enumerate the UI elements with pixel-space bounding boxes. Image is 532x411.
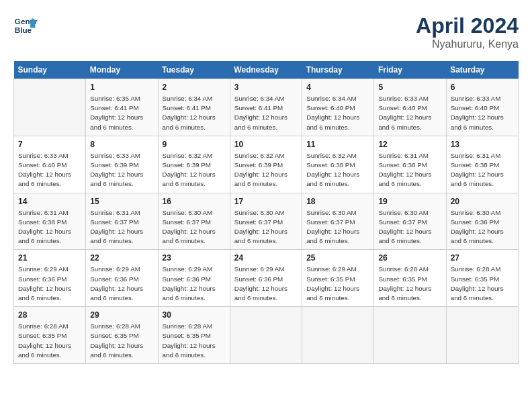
- day-number: 17: [234, 197, 298, 206]
- calendar-cell: 14Sunrise: 6:31 AM Sunset: 6:38 PM Dayli…: [14, 193, 86, 250]
- day-info: Sunrise: 6:33 AM Sunset: 6:39 PM Dayligh…: [90, 151, 153, 189]
- day-info: Sunrise: 6:33 AM Sunset: 6:40 PM Dayligh…: [451, 94, 514, 132]
- day-info: Sunrise: 6:34 AM Sunset: 6:41 PM Dayligh…: [163, 94, 226, 132]
- week-row-2: 7Sunrise: 6:33 AM Sunset: 6:40 PM Daylig…: [14, 136, 519, 193]
- day-number: 4: [306, 83, 369, 92]
- day-info: Sunrise: 6:30 AM Sunset: 6:37 PM Dayligh…: [163, 208, 226, 246]
- day-number: 18: [306, 197, 369, 206]
- calendar-cell: [14, 79, 86, 136]
- calendar-cell: 29Sunrise: 6:28 AM Sunset: 6:35 PM Dayli…: [86, 307, 158, 364]
- calendar-cell: 16Sunrise: 6:30 AM Sunset: 6:37 PM Dayli…: [158, 193, 230, 250]
- day-info: Sunrise: 6:32 AM Sunset: 6:39 PM Dayligh…: [234, 151, 298, 189]
- day-info: Sunrise: 6:30 AM Sunset: 6:37 PM Dayligh…: [378, 208, 441, 246]
- day-info: Sunrise: 6:35 AM Sunset: 6:41 PM Dayligh…: [90, 94, 153, 132]
- day-info: Sunrise: 6:31 AM Sunset: 6:38 PM Dayligh…: [378, 151, 441, 189]
- day-number: 28: [18, 310, 81, 320]
- days-header-row: SundayMondayTuesdayWednesdayThursdayFrid…: [14, 61, 519, 79]
- day-number: 27: [451, 253, 514, 263]
- calendar-body: 1Sunrise: 6:35 AM Sunset: 6:41 PM Daylig…: [14, 79, 519, 364]
- calendar-cell: 26Sunrise: 6:28 AM Sunset: 6:35 PM Dayli…: [374, 250, 446, 307]
- calendar-table: SundayMondayTuesdayWednesdayThursdayFrid…: [13, 61, 519, 364]
- day-number: 2: [163, 83, 226, 92]
- calendar-cell: [230, 307, 302, 364]
- calendar-cell: 30Sunrise: 6:28 AM Sunset: 6:35 PM Dayli…: [158, 307, 230, 364]
- day-info: Sunrise: 6:29 AM Sunset: 6:35 PM Dayligh…: [306, 265, 369, 303]
- day-number: 21: [18, 253, 81, 263]
- day-info: Sunrise: 6:32 AM Sunset: 6:39 PM Dayligh…: [163, 151, 226, 189]
- calendar-cell: 9Sunrise: 6:32 AM Sunset: 6:39 PM Daylig…: [158, 136, 230, 193]
- calendar-cell: 6Sunrise: 6:33 AM Sunset: 6:40 PM Daylig…: [446, 79, 518, 136]
- day-number: 20: [451, 197, 514, 206]
- day-header-friday: Friday: [374, 61, 446, 79]
- day-info: Sunrise: 6:28 AM Sunset: 6:35 PM Dayligh…: [451, 265, 514, 303]
- day-number: 30: [163, 310, 226, 320]
- calendar-cell: 24Sunrise: 6:29 AM Sunset: 6:36 PM Dayli…: [230, 250, 302, 307]
- calendar-cell: 28Sunrise: 6:28 AM Sunset: 6:35 PM Dayli…: [14, 307, 86, 364]
- calendar-cell: 23Sunrise: 6:29 AM Sunset: 6:36 PM Dayli…: [158, 250, 230, 307]
- calendar-cell: 1Sunrise: 6:35 AM Sunset: 6:41 PM Daylig…: [86, 79, 158, 136]
- day-info: Sunrise: 6:29 AM Sunset: 6:36 PM Dayligh…: [163, 265, 226, 303]
- calendar-cell: 3Sunrise: 6:34 AM Sunset: 6:41 PM Daylig…: [230, 79, 302, 136]
- day-number: 16: [163, 197, 226, 206]
- day-number: 15: [90, 197, 153, 206]
- day-header-saturday: Saturday: [446, 61, 518, 79]
- day-info: Sunrise: 6:30 AM Sunset: 6:37 PM Dayligh…: [306, 208, 369, 246]
- svg-text:Blue: Blue: [15, 26, 32, 34]
- day-number: 29: [90, 310, 153, 320]
- day-info: Sunrise: 6:34 AM Sunset: 6:40 PM Dayligh…: [306, 94, 369, 132]
- calendar-cell: 15Sunrise: 6:31 AM Sunset: 6:37 PM Dayli…: [86, 193, 158, 250]
- day-info: Sunrise: 6:31 AM Sunset: 6:37 PM Dayligh…: [90, 208, 153, 246]
- calendar-cell: 10Sunrise: 6:32 AM Sunset: 6:39 PM Dayli…: [230, 136, 302, 193]
- week-row-3: 14Sunrise: 6:31 AM Sunset: 6:38 PM Dayli…: [14, 193, 519, 250]
- calendar-cell: 21Sunrise: 6:29 AM Sunset: 6:36 PM Dayli…: [14, 250, 86, 307]
- day-number: 22: [90, 253, 153, 263]
- day-info: Sunrise: 6:28 AM Sunset: 6:35 PM Dayligh…: [163, 322, 226, 360]
- day-info: Sunrise: 6:29 AM Sunset: 6:36 PM Dayligh…: [234, 265, 298, 303]
- day-header-sunday: Sunday: [14, 61, 86, 79]
- day-header-monday: Monday: [86, 61, 158, 79]
- day-number: 1: [90, 83, 153, 92]
- calendar-cell: 12Sunrise: 6:31 AM Sunset: 6:38 PM Dayli…: [374, 136, 446, 193]
- calendar-cell: 11Sunrise: 6:32 AM Sunset: 6:38 PM Dayli…: [302, 136, 374, 193]
- calendar-cell: 27Sunrise: 6:28 AM Sunset: 6:35 PM Dayli…: [446, 250, 518, 307]
- day-info: Sunrise: 6:31 AM Sunset: 6:38 PM Dayligh…: [451, 151, 514, 189]
- day-info: Sunrise: 6:31 AM Sunset: 6:38 PM Dayligh…: [18, 208, 81, 246]
- day-header-tuesday: Tuesday: [158, 61, 230, 79]
- calendar-cell: 18Sunrise: 6:30 AM Sunset: 6:37 PM Dayli…: [302, 193, 374, 250]
- calendar-cell: [374, 307, 446, 364]
- day-header-wednesday: Wednesday: [230, 61, 302, 79]
- day-number: 6: [451, 83, 514, 92]
- day-number: 26: [378, 253, 441, 263]
- calendar-cell: [302, 307, 374, 364]
- week-row-5: 28Sunrise: 6:28 AM Sunset: 6:35 PM Dayli…: [14, 307, 519, 364]
- day-info: Sunrise: 6:30 AM Sunset: 6:36 PM Dayligh…: [451, 208, 514, 246]
- calendar-cell: 25Sunrise: 6:29 AM Sunset: 6:35 PM Dayli…: [302, 250, 374, 307]
- day-number: 11: [306, 140, 369, 149]
- day-info: Sunrise: 6:30 AM Sunset: 6:37 PM Dayligh…: [234, 208, 298, 246]
- day-header-thursday: Thursday: [302, 61, 374, 79]
- day-info: Sunrise: 6:28 AM Sunset: 6:35 PM Dayligh…: [90, 322, 153, 360]
- day-info: Sunrise: 6:32 AM Sunset: 6:38 PM Dayligh…: [306, 151, 369, 189]
- day-number: 24: [234, 253, 298, 263]
- day-info: Sunrise: 6:28 AM Sunset: 6:35 PM Dayligh…: [18, 322, 81, 360]
- day-number: 19: [378, 197, 441, 206]
- calendar-cell: 22Sunrise: 6:29 AM Sunset: 6:36 PM Dayli…: [86, 250, 158, 307]
- day-number: 23: [163, 253, 226, 263]
- day-info: Sunrise: 6:33 AM Sunset: 6:40 PM Dayligh…: [18, 151, 81, 189]
- day-info: Sunrise: 6:29 AM Sunset: 6:36 PM Dayligh…: [18, 265, 81, 303]
- day-number: 8: [90, 140, 153, 149]
- logo: General Blue General Blue: [13, 13, 38, 38]
- calendar-cell: 5Sunrise: 6:33 AM Sunset: 6:40 PM Daylig…: [374, 79, 446, 136]
- day-number: 10: [234, 140, 298, 149]
- day-number: 9: [163, 140, 226, 149]
- day-number: 3: [234, 83, 298, 92]
- day-info: Sunrise: 6:34 AM Sunset: 6:41 PM Dayligh…: [234, 94, 298, 132]
- month-title: April 2024: [416, 13, 519, 38]
- week-row-4: 21Sunrise: 6:29 AM Sunset: 6:36 PM Dayli…: [14, 250, 519, 307]
- header: General Blue General Blue April 2024 Nya…: [13, 13, 519, 50]
- day-info: Sunrise: 6:29 AM Sunset: 6:36 PM Dayligh…: [90, 265, 153, 303]
- calendar-cell: 2Sunrise: 6:34 AM Sunset: 6:41 PM Daylig…: [158, 79, 230, 136]
- day-number: 7: [18, 140, 81, 149]
- day-info: Sunrise: 6:28 AM Sunset: 6:35 PM Dayligh…: [378, 265, 441, 303]
- calendar-cell: 8Sunrise: 6:33 AM Sunset: 6:39 PM Daylig…: [86, 136, 158, 193]
